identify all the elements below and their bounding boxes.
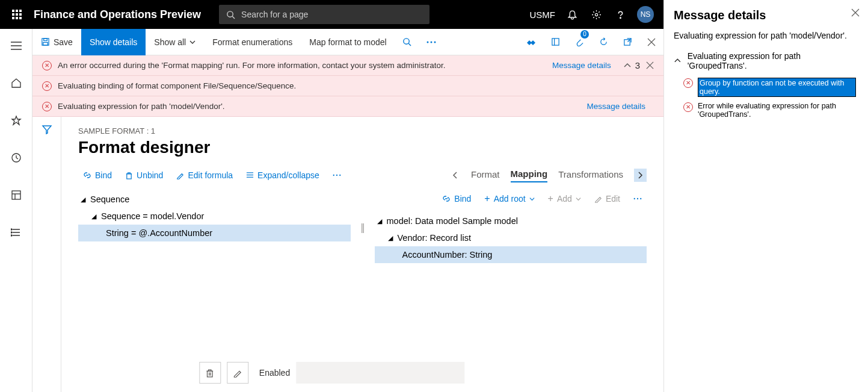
overflow-icon[interactable] bbox=[419, 29, 443, 55]
svg-point-29 bbox=[404, 39, 409, 44]
panel-subtitle: Evaluating expression for path 'model/Ve… bbox=[674, 31, 858, 40]
svg-rect-50 bbox=[208, 371, 213, 377]
modules-icon[interactable] bbox=[4, 220, 28, 244]
message-group-header[interactable]: Evaluating expression for path 'GroupedT… bbox=[674, 51, 858, 70]
svg-point-12 bbox=[620, 17, 620, 18]
enabled-label: Enabled bbox=[259, 368, 290, 378]
caret-icon: ◢ bbox=[377, 217, 382, 225]
error-icon bbox=[42, 81, 52, 91]
recent-icon[interactable] bbox=[4, 146, 28, 170]
svg-rect-3 bbox=[12, 13, 14, 16]
toolbar-search-icon[interactable] bbox=[395, 29, 419, 55]
tab-transformations[interactable]: Transformations bbox=[558, 169, 623, 182]
save-button[interactable]: Save bbox=[32, 29, 81, 55]
attachments-icon[interactable]: 0 bbox=[567, 29, 591, 55]
tree-node-model[interactable]: ◢model: Data model Sample model bbox=[375, 213, 647, 229]
edit-icon[interactable] bbox=[227, 362, 248, 384]
svg-point-45 bbox=[336, 175, 337, 176]
office-icon[interactable] bbox=[543, 29, 567, 55]
favorites-icon[interactable] bbox=[4, 108, 28, 132]
svg-point-9 bbox=[227, 11, 233, 16]
svg-rect-7 bbox=[16, 17, 18, 19]
message-details-link[interactable]: Message details bbox=[586, 102, 645, 111]
tree-node-vendor[interactable]: ◢Vendor: Record list bbox=[375, 229, 647, 246]
app-title: Finance and Operations Preview bbox=[34, 8, 201, 21]
settings-icon[interactable] bbox=[584, 2, 608, 26]
tree-node-sequence[interactable]: ◢Sequence bbox=[78, 191, 351, 208]
nav-menu-icon[interactable] bbox=[4, 34, 28, 58]
caret-icon: ◢ bbox=[388, 234, 393, 242]
error-banner-3: Evaluating expression for path 'model/Ve… bbox=[32, 96, 663, 117]
popout-icon[interactable] bbox=[615, 29, 639, 55]
error-icon bbox=[683, 78, 693, 97]
svg-rect-27 bbox=[44, 39, 48, 41]
svg-rect-8 bbox=[19, 17, 22, 19]
edit-formula-button[interactable]: Edit formula bbox=[171, 168, 238, 182]
svg-point-33 bbox=[434, 41, 436, 43]
caret-icon: ◢ bbox=[91, 213, 96, 220]
more-icon[interactable] bbox=[629, 191, 647, 207]
expand-collapse-button[interactable]: Expand/collapse bbox=[241, 168, 324, 182]
svg-point-49 bbox=[640, 198, 641, 199]
svg-rect-1 bbox=[16, 10, 18, 12]
tree-node-sequence-vendor[interactable]: ◢Sequence = model.Vendor bbox=[78, 208, 351, 225]
diamond-icon[interactable] bbox=[519, 29, 543, 55]
svg-point-31 bbox=[426, 41, 428, 43]
show-all-button[interactable]: Show all bbox=[146, 29, 204, 55]
error-count: 3 bbox=[635, 60, 640, 70]
add-root-button[interactable]: +Add root bbox=[479, 191, 539, 207]
panel-title: Message details bbox=[674, 8, 858, 22]
message-item[interactable]: Error while evaluating expression for pa… bbox=[683, 102, 858, 119]
svg-point-11 bbox=[595, 13, 597, 16]
workspaces-icon[interactable] bbox=[4, 183, 28, 207]
delete-icon[interactable] bbox=[199, 362, 221, 384]
tree-node-string-accountnumber[interactable]: String = @.AccountNumber bbox=[78, 225, 351, 241]
format-enumerations-button[interactable]: Format enumerations bbox=[204, 29, 301, 55]
close-icon[interactable] bbox=[639, 29, 663, 55]
collapse-errors-icon[interactable] bbox=[623, 63, 632, 69]
svg-rect-5 bbox=[19, 13, 22, 16]
error-icon bbox=[683, 102, 693, 119]
bind-button[interactable]: Bind bbox=[78, 168, 117, 182]
home-icon[interactable] bbox=[4, 71, 28, 95]
error-icon bbox=[42, 101, 52, 111]
notifications-icon[interactable] bbox=[560, 2, 584, 26]
message-item[interactable]: Group by function can not be executed wi… bbox=[683, 78, 858, 97]
company-selector[interactable]: USMF bbox=[530, 10, 556, 20]
search-input[interactable]: Search for a page bbox=[219, 5, 429, 24]
enabled-field[interactable] bbox=[296, 362, 464, 384]
close-errors-icon[interactable] bbox=[646, 61, 654, 69]
attachment-count: 0 bbox=[580, 30, 589, 39]
svg-rect-17 bbox=[12, 191, 20, 199]
prev-tab-icon[interactable] bbox=[450, 171, 460, 179]
help-icon[interactable] bbox=[608, 2, 632, 26]
filter-icon[interactable] bbox=[42, 124, 52, 392]
edit-button: Edit bbox=[589, 191, 625, 207]
user-avatar[interactable]: NS bbox=[637, 6, 654, 23]
svg-rect-4 bbox=[16, 13, 18, 16]
error-banner-1: An error occurred during the 'Format map… bbox=[32, 55, 663, 76]
tab-mapping[interactable]: Mapping bbox=[511, 169, 548, 182]
svg-point-48 bbox=[637, 198, 638, 199]
search-icon bbox=[226, 10, 235, 19]
unbind-button[interactable]: Unbind bbox=[120, 168, 168, 182]
svg-point-32 bbox=[430, 41, 432, 43]
bind-button-2[interactable]: Bind bbox=[437, 191, 476, 207]
caret-icon: ◢ bbox=[81, 196, 85, 204]
show-details-button[interactable]: Show details bbox=[81, 29, 146, 55]
svg-rect-40 bbox=[127, 173, 131, 178]
tree-node-accountnumber[interactable]: AccountNumber: String bbox=[375, 246, 647, 263]
pane-divider[interactable]: ‖ bbox=[358, 191, 368, 263]
svg-rect-28 bbox=[43, 42, 48, 45]
close-panel-icon[interactable] bbox=[851, 8, 860, 17]
message-details-link[interactable]: Message details bbox=[552, 61, 611, 70]
svg-rect-0 bbox=[12, 10, 14, 12]
next-tab-icon[interactable] bbox=[634, 169, 647, 182]
svg-point-24 bbox=[11, 232, 12, 233]
refresh-icon[interactable] bbox=[591, 29, 615, 55]
app-launcher-icon[interactable] bbox=[5, 2, 29, 26]
more-icon[interactable] bbox=[328, 168, 346, 182]
svg-point-46 bbox=[339, 175, 340, 176]
tab-format[interactable]: Format bbox=[471, 169, 500, 182]
map-format-button[interactable]: Map format to model bbox=[301, 29, 395, 55]
